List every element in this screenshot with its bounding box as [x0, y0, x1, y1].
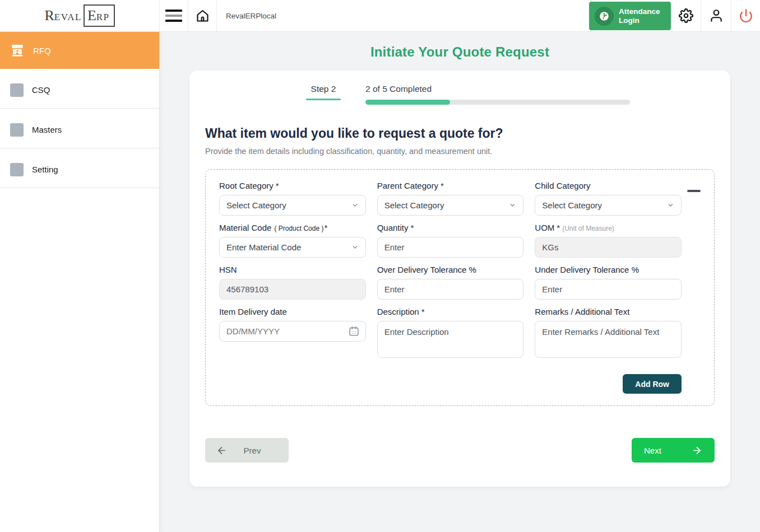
uom-input: [535, 237, 682, 258]
field-over-tolerance: Over Delivery Tolerance %: [377, 265, 524, 300]
sidebar-item-setting[interactable]: Setting: [0, 151, 159, 188]
sidebar-item-rfq[interactable]: RFQ: [0, 32, 159, 69]
hamburger-icon: [165, 10, 182, 22]
wizard-progress-track: [365, 100, 630, 105]
field-remarks: Remarks / Additional Text: [535, 307, 682, 360]
field-uom: UOM*(Unit of Measure): [535, 223, 682, 258]
field-child-category: Child Category Select Category: [535, 181, 682, 216]
child-category-select[interactable]: Select Category: [535, 195, 682, 216]
placeholder-icon: [10, 83, 24, 97]
wizard-progress-fill: [365, 100, 450, 105]
field-description: Description*: [377, 307, 524, 360]
chevron-down-icon: [509, 202, 516, 209]
storefront-icon: [10, 43, 25, 58]
profile-button[interactable]: [701, 0, 731, 31]
main-content: Initiate Your Quote Request Step 2 2 of …: [160, 32, 760, 532]
field-under-tolerance: Under Delivery Tolerance %: [535, 265, 682, 300]
parent-category-select[interactable]: Select Category: [377, 195, 524, 216]
brand-wordmark: REVAL ERP: [44, 4, 114, 27]
attendance-clock-icon: [595, 7, 614, 26]
sidebar-item-masters[interactable]: Masters: [0, 111, 159, 148]
under-delivery-tolerance-input[interactable]: [535, 279, 682, 300]
page-title: Initiate Your Quote Request: [160, 44, 760, 60]
delivery-date-input[interactable]: [220, 321, 348, 341]
gear-icon: [679, 8, 693, 23]
arrow-left-icon: [216, 445, 227, 456]
remarks-textarea[interactable]: [535, 321, 682, 358]
field-hsn: HSN: [219, 265, 366, 300]
quote-request-card: Step 2 2 of 5 Completed What item would …: [189, 71, 730, 487]
hsn-input: [219, 279, 366, 300]
collapse-row-icon[interactable]: [687, 190, 701, 192]
wizard-step-tab[interactable]: Step 2: [306, 84, 341, 100]
arrow-right-icon: [692, 445, 702, 456]
description-textarea[interactable]: [377, 321, 524, 358]
field-delivery-date: Item Delivery date: [219, 307, 366, 360]
quantity-input[interactable]: [377, 237, 524, 258]
section-heading: What item would you like to request a qu…: [205, 126, 715, 141]
power-icon: [739, 8, 753, 23]
sidebar-item-label: RFQ: [33, 46, 51, 55]
field-parent-category: Parent Category* Select Category: [377, 181, 524, 216]
home-button[interactable]: [188, 0, 216, 31]
section-description: Provide the item details including class…: [205, 147, 715, 156]
top-bar: REVAL ERP RevalERPlocal AttendanceLogin: [0, 0, 760, 32]
brand-erp-box: ERP: [84, 4, 115, 27]
app-logo[interactable]: REVAL ERP: [0, 0, 160, 31]
calendar-icon[interactable]: [348, 325, 360, 337]
item-row-block: Root Category* Select Category Parent Ca…: [205, 169, 715, 406]
sidebar: RFQ CSQ Masters Setting: [0, 32, 160, 532]
wizard-completed-label: 2 of 5 Completed: [365, 84, 630, 94]
placeholder-icon: [10, 163, 24, 176]
root-category-select[interactable]: Select Category: [219, 195, 366, 216]
field-root-category: Root Category* Select Category: [219, 181, 366, 216]
attendance-login-button[interactable]: AttendanceLogin: [589, 2, 671, 30]
sidebar-item-label: CSQ: [32, 85, 50, 95]
chevron-down-icon: [351, 244, 359, 251]
sidebar-item-label: Masters: [32, 125, 62, 134]
chevron-down-icon: [667, 202, 674, 209]
settings-button[interactable]: [671, 0, 701, 31]
workspace-label: RevalERPlocal: [217, 0, 276, 31]
material-code-select[interactable]: Enter Material Code: [219, 237, 366, 258]
sidebar-item-csq[interactable]: CSQ: [0, 72, 159, 109]
placeholder-icon: [10, 123, 24, 137]
over-delivery-tolerance-input[interactable]: [377, 279, 524, 300]
field-quantity: Quantity*: [377, 223, 524, 258]
sidebar-item-label: Setting: [32, 165, 58, 174]
field-material-code: Material Code( Product Code )* Enter Mat…: [219, 223, 366, 258]
user-icon: [709, 8, 724, 23]
add-row-button[interactable]: Add Row: [623, 374, 682, 394]
item-delivery-date-field: [219, 321, 366, 342]
prev-button[interactable]: Prev: [205, 438, 289, 463]
chevron-down-icon: [351, 202, 359, 209]
logout-button[interactable]: [731, 0, 760, 31]
home-icon: [195, 8, 210, 24]
wizard-progress: Step 2 2 of 5 Completed: [306, 84, 715, 105]
menu-toggle-button[interactable]: [160, 0, 188, 31]
next-button[interactable]: Next: [632, 438, 715, 463]
